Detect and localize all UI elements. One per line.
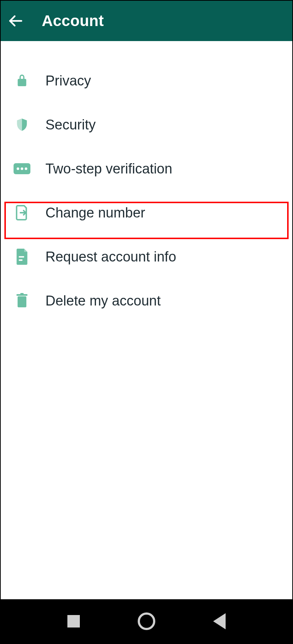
svg-rect-9: [21, 293, 24, 295]
menu-item-label: Security: [45, 117, 96, 133]
page-title: Account: [42, 12, 104, 30]
back-button[interactable]: [7, 8, 34, 34]
circle-icon: [138, 612, 155, 630]
svg-rect-6: [19, 259, 22, 261]
home-button[interactable]: [132, 607, 161, 636]
svg-point-3: [21, 168, 23, 170]
menu-item-label: Change number: [45, 205, 145, 221]
android-nav-bar: [1, 599, 292, 643]
lock-icon: [11, 70, 33, 92]
settings-list: Privacy Security Two-step verificati: [1, 41, 292, 599]
menu-item-label: Delete my account: [45, 293, 161, 309]
trash-icon: [11, 290, 33, 312]
arrow-left-icon: [7, 13, 23, 29]
menu-item-label: Request account info: [45, 249, 176, 265]
menu-item-security[interactable]: Security: [1, 103, 292, 147]
svg-rect-5: [19, 256, 24, 258]
menu-item-two-step[interactable]: Two-step verification: [1, 147, 292, 191]
recents-button[interactable]: [59, 607, 88, 636]
menu-item-change-number[interactable]: Change number: [1, 191, 292, 235]
menu-item-delete-account[interactable]: Delete my account: [1, 279, 292, 323]
document-icon: [11, 246, 33, 268]
square-icon: [67, 615, 80, 627]
menu-item-label: Two-step verification: [45, 161, 172, 177]
svg-point-4: [25, 168, 27, 170]
screen-frame: Account Privacy Security: [0, 0, 293, 644]
back-nav-button[interactable]: [205, 607, 234, 636]
app-bar: Account: [1, 1, 292, 41]
pin-icon: [11, 158, 33, 180]
shield-icon: [11, 114, 33, 136]
sim-icon: [11, 202, 33, 224]
menu-item-label: Privacy: [45, 73, 91, 89]
triangle-icon: [213, 613, 226, 629]
menu-item-request-info[interactable]: Request account info: [1, 235, 292, 279]
menu-item-privacy[interactable]: Privacy: [1, 59, 292, 103]
svg-point-2: [17, 168, 19, 170]
svg-rect-7: [18, 296, 26, 307]
